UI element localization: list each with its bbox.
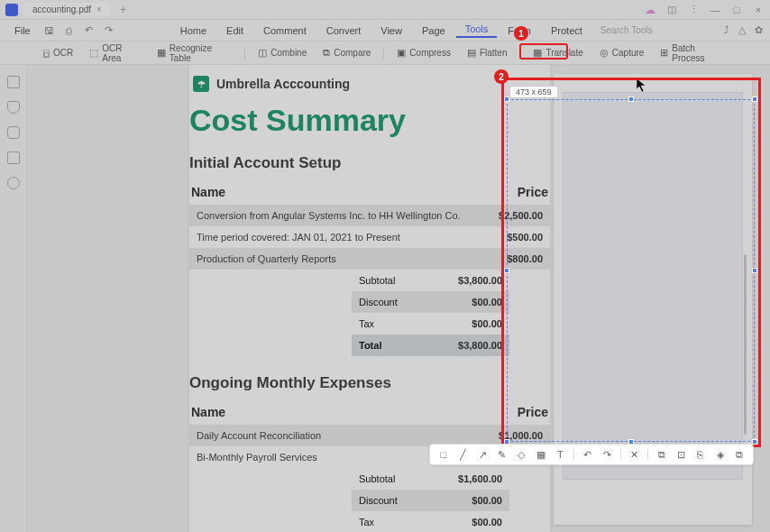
menu-home[interactable]: Home: [171, 25, 215, 36]
undo-icon[interactable]: ↶: [81, 23, 97, 39]
share-capture-icon[interactable]: ⧉: [733, 448, 746, 461]
menubar: File 🖫 ⎙ ↶ ↷ Home Edit Comment Convert V…: [0, 20, 770, 41]
copy-icon[interactable]: ⧉: [655, 448, 668, 461]
menu-edit[interactable]: Edit: [217, 25, 252, 36]
tool-combine[interactable]: ◫Combine: [251, 44, 314, 61]
save-icon[interactable]: 🖫: [41, 23, 58, 39]
brand-logo-icon: ☂: [193, 76, 209, 92]
separator: [383, 47, 384, 60]
share-icon[interactable]: ⤴: [724, 24, 729, 36]
separator: [620, 449, 621, 460]
subtotal-block-2: Subtotal$1,600.00 Discount$00.00 Tax$00.…: [352, 468, 509, 532]
total-row: Total$3,800.00: [352, 335, 509, 356]
batch-icon: ⊞: [660, 47, 668, 59]
callout-highlight-1: [519, 43, 568, 60]
tool-capture[interactable]: ◎Capture: [592, 44, 652, 61]
close-window-icon[interactable]: ×: [752, 5, 765, 15]
redo-icon[interactable]: ↷: [600, 448, 613, 461]
tool-batch-process[interactable]: ⊞Batch Process: [653, 41, 734, 66]
rect-tool-icon[interactable]: □: [437, 448, 450, 461]
tool-flatten[interactable]: ▤Flatten: [460, 44, 515, 61]
menu-convert[interactable]: Convert: [317, 25, 371, 36]
export-icon[interactable]: ⎘: [694, 448, 707, 461]
window-controls: ☁ ◫ ⋮ — □ ×: [644, 4, 765, 16]
line-tool-icon[interactable]: ╱: [456, 448, 469, 461]
table-row: Production of Quarterly Reports$800.00: [189, 248, 550, 270]
capture-icon: ◎: [600, 47, 609, 59]
search-panel-icon[interactable]: [7, 177, 20, 189]
tool-recognize-table[interactable]: ▦Recognize Table: [150, 41, 239, 66]
menu-view[interactable]: View: [371, 25, 411, 36]
undo-icon[interactable]: ↶: [582, 448, 594, 461]
comments-icon[interactable]: [7, 126, 20, 139]
thumbnails-icon[interactable]: [7, 76, 20, 88]
new-tab-button[interactable]: +: [120, 4, 126, 16]
subtotal-row: Subtotal$1,600.00: [352, 468, 509, 490]
capture-toolbar: □ ╱ ↗ ✎ ◇ ▦ T ↶ ↷ ✕ ⧉ ⊡ ⎘ ◈ ⧉: [429, 444, 754, 465]
save-capture-icon[interactable]: ⊡: [674, 448, 687, 461]
table-row: Time period covered: JAN 01, 2021 to Pre…: [189, 226, 550, 248]
table-header-2: Name Price: [189, 399, 550, 425]
pen-tool-icon[interactable]: ✎: [496, 448, 509, 461]
close-tab-icon[interactable]: ×: [96, 5, 102, 14]
settings-icon[interactable]: ✿: [755, 24, 763, 36]
file-menu[interactable]: File: [7, 23, 38, 38]
tab-title: accounting.pdf: [32, 5, 91, 14]
tools-toolbar: ⌼OCR ⬚OCR Area ▦Recognize Table ◫Combine…: [0, 41, 770, 65]
discount-row: Discount$00.00: [352, 291, 509, 313]
callout-badge-2: 2: [494, 69, 509, 84]
ocr-area-icon: ⬚: [89, 47, 98, 59]
highlight-tool-icon[interactable]: ◇: [515, 448, 527, 461]
callout-highlight-2: [501, 78, 761, 447]
section-1-heading: Initial Account Setup: [189, 154, 550, 172]
tax-row: Tax$00.00: [352, 511, 509, 532]
callout-badge-1: 1: [514, 26, 528, 41]
menu-protect[interactable]: Protect: [542, 25, 591, 36]
tool-compress[interactable]: ▣Compress: [390, 44, 458, 61]
menu-page[interactable]: Page: [413, 25, 454, 36]
col-name: Name: [191, 405, 225, 419]
tool-compare[interactable]: ⧉Compare: [316, 44, 378, 61]
panel-icon[interactable]: ◫: [665, 4, 678, 15]
print-icon[interactable]: ⎙: [61, 23, 78, 39]
tax-row: Tax$00.00: [352, 313, 509, 335]
doc-title: Cost Summary: [189, 103, 550, 138]
cloud-icon[interactable]: ☁: [644, 4, 656, 16]
company-name: Umbrella Acccounting: [216, 77, 350, 91]
minimize-icon[interactable]: —: [709, 5, 721, 15]
subtotal-block-1: Subtotal$3,800.00 Discount$00.00 Tax$00.…: [352, 270, 509, 356]
table-icon: ▦: [157, 47, 166, 59]
text-tool-icon[interactable]: T: [554, 448, 566, 461]
tool-ocr-area[interactable]: ⬚OCR Area: [82, 41, 148, 66]
tool-ocr[interactable]: ⌼OCR: [36, 45, 80, 61]
combine-icon: ◫: [258, 47, 267, 59]
discount-row: Discount$00.00: [352, 490, 509, 511]
blur-tool-icon[interactable]: ▦: [535, 448, 547, 461]
flatten-icon: ▤: [467, 47, 476, 59]
ocr-icon: ⌼: [43, 48, 50, 59]
document-tab[interactable]: accounting.pdf ×: [23, 3, 111, 16]
section-2-heading: Ongoing Monthly Expenses: [189, 374, 550, 392]
menu-comment[interactable]: Comment: [254, 25, 316, 36]
attachments-icon[interactable]: [7, 151, 20, 164]
more-icon[interactable]: ⋮: [687, 4, 700, 15]
maximize-icon[interactable]: □: [730, 5, 743, 15]
app-logo-icon: [5, 4, 18, 16]
arrow-tool-icon[interactable]: ↗: [476, 448, 489, 461]
cloud-sync-icon[interactable]: △: [738, 24, 746, 36]
separator: [244, 47, 245, 60]
redo-icon[interactable]: ↷: [101, 23, 117, 39]
search-tools-input[interactable]: Search Tools: [593, 23, 660, 37]
table-row: Conversion from Angular Systems Inc. to …: [189, 205, 550, 226]
col-name: Name: [191, 185, 225, 199]
left-sidebar: [0, 65, 27, 532]
table-header-1: Name Price: [189, 179, 550, 205]
titlebar: accounting.pdf × + ☁ ◫ ⋮ — □ ×: [0, 0, 770, 20]
subtotal-row: Subtotal$3,800.00: [352, 270, 509, 291]
pin-icon[interactable]: ◈: [714, 448, 727, 461]
menu-tools[interactable]: Tools: [456, 23, 498, 38]
cancel-capture-icon[interactable]: ✕: [628, 448, 641, 461]
separator: [573, 449, 574, 460]
compare-icon: ⧉: [323, 47, 330, 59]
bookmarks-icon[interactable]: [7, 101, 20, 114]
